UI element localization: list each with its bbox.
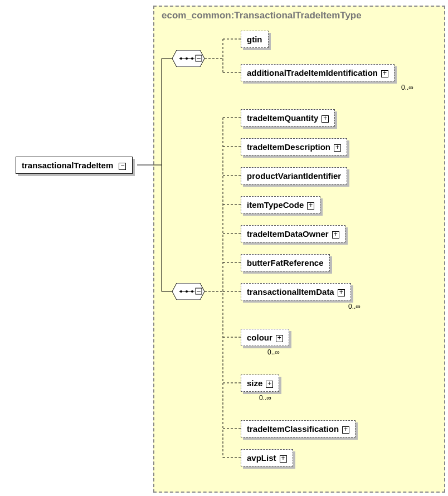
element-label: tradeItemDataOwner [247, 229, 329, 239]
element-label: gtin [247, 35, 262, 44]
element-node: additionalTradeItemIdentification+ [241, 64, 395, 81]
occurrence-label: 0..∞ [348, 303, 361, 310]
element-node: transactionalItemData+ [241, 283, 351, 300]
element-label: avpList [247, 453, 276, 463]
element-label: colour [247, 333, 272, 342]
svg-point-3 [186, 57, 188, 60]
element-node: avpList+ [241, 449, 293, 466]
element-node: tradeItemDescription+ [241, 138, 347, 155]
element-node: tradeItemDataOwner+ [241, 225, 345, 242]
element-label: transactionalItemData [247, 287, 334, 296]
element-label: transactionalTradeItem [22, 161, 113, 170]
expand-icon[interactable]: + [322, 115, 329, 123]
expand-icon[interactable]: + [342, 426, 349, 434]
expand-icon[interactable]: + [338, 289, 345, 296]
collapse-icon[interactable]: − [119, 163, 126, 170]
svg-point-10 [186, 290, 188, 293]
svg-point-11 [191, 290, 193, 293]
element-label: butterFatReference [247, 258, 324, 268]
expand-icon[interactable]: + [307, 202, 314, 210]
element-node: gtin [241, 31, 269, 48]
element-label: tradeItemQuantity [247, 113, 318, 123]
element-label: itemTypeCode [247, 200, 304, 210]
expand-icon[interactable]: + [280, 455, 287, 463]
element-label: tradeItemClassification [247, 424, 339, 434]
occurrence-label: 0..∞ [259, 394, 271, 402]
type-label: ecom_common:TransactionalTradeItemType [162, 10, 362, 21]
svg-point-2 [180, 57, 182, 60]
element-node: tradeItemClassification+ [241, 420, 356, 437]
expand-icon[interactable]: + [332, 231, 339, 239]
svg-point-4 [191, 57, 193, 60]
expand-icon[interactable]: + [266, 381, 273, 388]
element-label: tradeItemDescription [247, 142, 330, 152]
element-node: colour+ [241, 329, 289, 346]
sequence-compositor[interactable] [172, 283, 204, 300]
svg-point-9 [180, 290, 182, 293]
sequence-compositor[interactable] [172, 50, 204, 67]
element-label: productVariantIdentifier [247, 171, 341, 181]
element-node: tradeItemQuantity+ [241, 109, 335, 127]
occurrence-label: 0..∞ [401, 84, 413, 91]
element-node: itemTypeCode+ [241, 196, 320, 213]
element-root: transactionalTradeItem − [16, 157, 133, 174]
element-label: additionalTradeItemIdentification [247, 68, 378, 77]
element-node: productVariantIdentifier [241, 167, 347, 184]
expand-icon[interactable]: + [381, 70, 388, 77]
element-node: butterFatReference [241, 254, 330, 271]
expand-icon[interactable]: + [334, 144, 341, 152]
expand-icon[interactable]: + [276, 335, 283, 342]
occurrence-label: 0..∞ [267, 348, 280, 356]
element-node: size+ [241, 375, 279, 392]
element-label: size [247, 378, 262, 388]
